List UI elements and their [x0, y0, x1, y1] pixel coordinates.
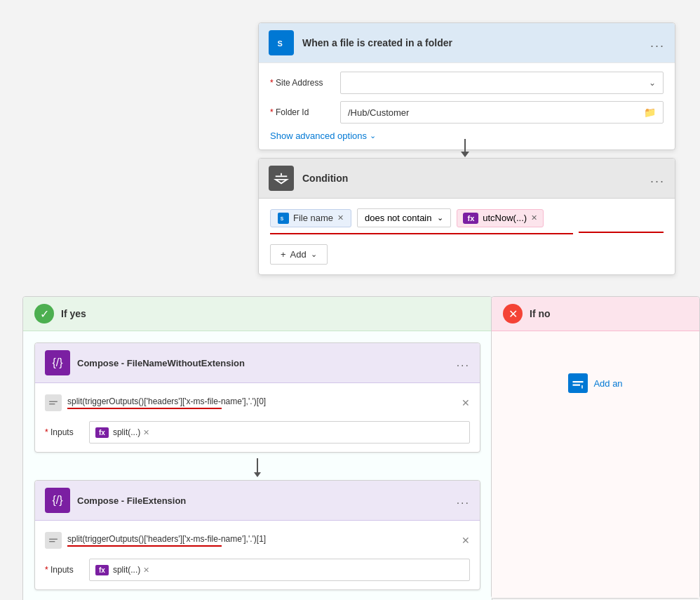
curly-braces-icon: {/}: [52, 356, 62, 369]
if-no-body: Add an: [492, 331, 699, 598]
inputs-2-row: Inputs fx split(...) ✕: [45, 559, 470, 581]
condition-more-options[interactable]: ...: [650, 171, 665, 186]
arrow-trigger-to-condition: [461, 139, 469, 157]
formula-1-text: split(triggerOutputs()['headers']['x-ms-…: [67, 396, 266, 406]
split-1-close-icon[interactable]: ✕: [143, 428, 149, 437]
site-address-label: Site Address: [270, 78, 340, 88]
formula-1-icon: [45, 394, 62, 411]
utcnow-pill[interactable]: fx utcNow(...) ✕: [457, 209, 544, 227]
trigger-title: When a file is created in a folder: [302, 37, 650, 48]
compose-1-more-options[interactable]: ...: [457, 356, 470, 369]
if-no-title: If no: [530, 308, 551, 319]
inputs-2-label: Inputs: [45, 565, 83, 575]
formula-2-icon: [45, 532, 62, 549]
trigger-card-body: Site Address ⌄ Folder Id /Hub/Customer 📁…: [259, 63, 675, 149]
arrow-head: [254, 472, 261, 477]
folder-id-input[interactable]: /Hub/Customer 📁: [340, 101, 664, 124]
svg-rect-8: [49, 539, 58, 540]
add-action-button[interactable]: Add an: [568, 373, 622, 393]
if-yes-branch: ✓ If yes {/} Compose - FileNameWithoutEx…: [22, 296, 492, 600]
if-no-branch: ✕ If no Add an: [491, 296, 700, 599]
condition-body: S File name ✕ does not contain ⌄ fx utcN…: [259, 199, 675, 274]
svg-text:S: S: [278, 39, 283, 48]
condition-icon: [269, 166, 294, 191]
add-label: Add: [290, 249, 307, 260]
condition-underline-secondary: [579, 232, 664, 233]
formula-2-container: split(triggerOutputs()['headers']['x-ms-…: [67, 534, 266, 547]
condition-underline-main: [270, 233, 573, 234]
show-advanced-label: Show advanced options: [270, 131, 367, 141]
formula-1-close-icon[interactable]: ✕: [462, 397, 470, 408]
add-row: + Add ⌄: [270, 244, 664, 265]
svg-marker-3: [276, 180, 288, 184]
folder-id-value: /Hub/Customer: [348, 107, 409, 118]
file-name-close-icon[interactable]: ✕: [337, 213, 344, 222]
sharepoint-small-icon: S: [278, 213, 289, 224]
compose-2-title: Compose - FileExtension: [77, 495, 457, 506]
check-circle-icon: ✓: [34, 304, 54, 324]
compose-1-title: Compose - FileNameWithoutExtension: [77, 358, 457, 368]
svg-rect-7: [49, 404, 55, 404]
fx-badge-2: fx: [95, 565, 109, 575]
site-address-row: Site Address ⌄: [270, 72, 664, 94]
inputs-1-field[interactable]: fx split(...) ✕: [89, 421, 470, 444]
compose-2-more-options[interactable]: ...: [457, 494, 470, 507]
folder-id-row: Folder Id /Hub/Customer 📁: [270, 101, 664, 124]
site-address-input[interactable]: ⌄: [340, 72, 664, 94]
file-name-pill-label: File name: [293, 213, 333, 223]
x-circle-icon: ✕: [503, 304, 523, 324]
svg-rect-2: [276, 175, 288, 177]
fx-badge-1: fx: [95, 427, 109, 438]
compose-1-header: {/} Compose - FileNameWithoutExtension .…: [35, 343, 480, 383]
file-name-pill[interactable]: S File name ✕: [270, 209, 351, 227]
formula-1-row: split(triggerOutputs()['headers']['x-ms-…: [45, 392, 470, 414]
trigger-card-header: S When a file is created in a folder ...: [259, 23, 675, 63]
compose-2-header: {/} Compose - FileExtension ...: [35, 481, 480, 521]
split-2-label: split(...): [113, 565, 140, 575]
curly-braces-icon-2: {/}: [52, 494, 62, 507]
utcnow-close-icon[interactable]: ✕: [531, 213, 537, 222]
condition-card: Condition ... S File name ✕ does not con…: [258, 158, 675, 275]
sharepoint-icon: S: [269, 30, 294, 55]
chevron-down-icon: ⌄: [437, 213, 443, 222]
condition-operator-select[interactable]: does not contain ⌄: [357, 208, 451, 227]
inputs-1-row: Inputs fx split(...) ✕: [45, 421, 470, 444]
folder-id-label: Folder Id: [270, 107, 340, 117]
utcnow-pill-label: utcNow(...): [483, 213, 527, 223]
canvas: S When a file is created in a folder ...…: [0, 0, 700, 600]
add-condition-button[interactable]: + Add ⌄: [270, 244, 328, 265]
chevron-down-icon: ⌄: [370, 131, 376, 140]
trigger-card: S When a file is created in a folder ...…: [258, 22, 675, 150]
split-1-label: split(...): [113, 427, 140, 437]
trigger-more-options[interactable]: ...: [650, 36, 665, 51]
formula-1-underline: [67, 408, 222, 409]
if-yes-header: ✓ If yes: [23, 297, 492, 331]
condition-underlines: [270, 230, 664, 234]
formula-2-text: split(triggerOutputs()['headers']['x-ms-…: [67, 534, 266, 544]
split-2-close-icon[interactable]: ✕: [143, 566, 149, 575]
condition-card-header: Condition ...: [259, 159, 675, 199]
compose-arrow: [34, 458, 480, 477]
if-yes-body: {/} Compose - FileNameWithoutExtension .…: [23, 331, 492, 600]
formula-2-close-icon[interactable]: ✕: [462, 535, 470, 546]
add-action-icon: [568, 373, 588, 393]
compose-1-body: split(triggerOutputs()['headers']['x-ms-…: [35, 383, 480, 452]
svg-text:S: S: [281, 215, 284, 220]
folder-icon: 📁: [644, 107, 656, 118]
svg-rect-10: [573, 381, 584, 382]
arrow-line: [257, 458, 258, 472]
svg-rect-11: [573, 385, 581, 386]
inputs-1-label: Inputs: [45, 427, 83, 437]
compose-1-card: {/} Compose - FileNameWithoutExtension .…: [34, 342, 480, 453]
svg-rect-6: [49, 401, 58, 402]
chevron-down-icon: ⌄: [311, 250, 317, 259]
chevron-down-icon: ⌄: [649, 78, 656, 88]
compose-1-icon: {/}: [45, 350, 70, 375]
plus-icon: +: [281, 249, 286, 260]
add-action-label: Add an: [593, 378, 622, 389]
condition-operator-label: does not contain: [365, 213, 431, 223]
compose-2-card: {/} Compose - FileExtension ... split(tr…: [34, 480, 480, 590]
condition-row: S File name ✕ does not contain ⌄ fx utcN…: [270, 208, 664, 227]
inputs-2-field[interactable]: fx split(...) ✕: [89, 559, 470, 581]
formula-2-row: split(triggerOutputs()['headers']['x-ms-…: [45, 529, 470, 552]
